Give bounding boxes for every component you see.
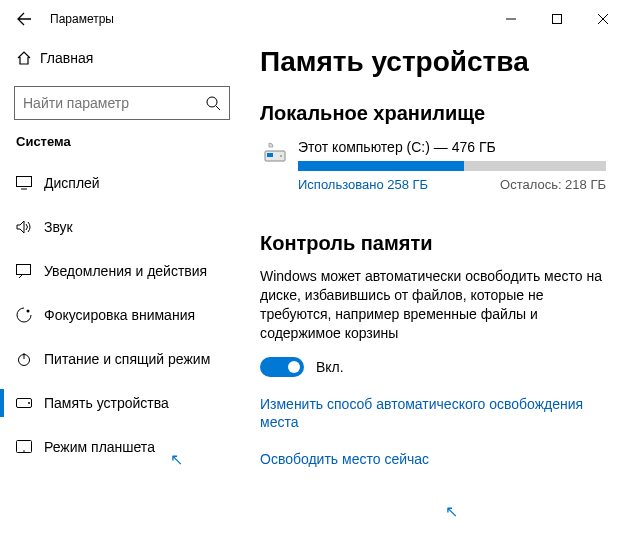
sidebar-item-storage[interactable]: Память устройства [0,381,244,425]
sidebar-item-notifications[interactable]: Уведомления и действия [0,249,244,293]
sidebar-item-label: Звук [44,219,73,235]
close-button[interactable] [580,3,626,35]
page-title: Память устройства [260,46,606,78]
sidebar-item-display[interactable]: Дисплей [0,161,244,205]
sidebar: Главная Система Дисплей Звук Уведомления… [0,38,248,539]
link-change-auto[interactable]: Изменить способ автоматического освобожд… [260,395,606,433]
focus-icon [16,307,44,323]
sidebar-item-label: Уведомления и действия [44,263,207,279]
maximize-icon [552,14,562,24]
home-label: Главная [40,50,93,66]
sidebar-item-tablet[interactable]: Режим планшета [0,425,244,469]
storage-sense-toggle[interactable] [260,357,304,377]
back-button[interactable] [8,3,40,35]
storage-icon [16,398,44,408]
drive-used: Использовано 258 ГБ [298,177,428,192]
svg-rect-11 [267,153,273,157]
search-input[interactable] [23,95,205,111]
minimize-button[interactable] [488,3,534,35]
drive-name: Этот компьютер (C:) — 476 ГБ [298,139,606,155]
search-icon [205,95,221,111]
storage-heading: Локальное хранилище [260,102,606,125]
sidebar-item-focus[interactable]: Фокусировка внимания [0,293,244,337]
sidebar-item-sound[interactable]: Звук [0,205,244,249]
main-panel: Память устройства Локальное хранилище Эт… [248,38,626,539]
maximize-button[interactable] [534,3,580,35]
storage-sense-toggle-row: Вкл. [260,357,606,377]
sidebar-item-label: Питание и спящий режим [44,351,210,367]
sidebar-item-label: Дисплей [44,175,100,191]
svg-rect-0 [553,15,562,24]
search-box[interactable] [14,86,230,120]
sidebar-item-label: Фокусировка внимания [44,307,195,323]
drive-info: Этот компьютер (C:) — 476 ГБ Использован… [298,139,606,192]
svg-point-12 [280,155,282,157]
svg-point-4 [27,310,30,313]
svg-point-9 [23,450,25,452]
sidebar-item-power[interactable]: Питание и спящий режим [0,337,244,381]
svg-point-7 [28,402,30,404]
titlebar: Параметры [0,0,626,38]
sidebar-item-label: Память устройства [44,395,169,411]
window-controls [488,3,626,35]
svg-rect-3 [17,265,31,275]
window-title: Параметры [50,12,114,26]
home-icon [16,50,40,66]
toggle-label: Вкл. [316,359,344,375]
sidebar-item-label: Режим планшета [44,439,155,455]
usage-bar [298,161,606,171]
notifications-icon [16,264,44,278]
power-icon [16,351,44,367]
arrow-left-icon [16,11,32,27]
close-icon [598,14,608,24]
sense-description: Windows может автоматически освободить м… [260,267,606,343]
minimize-icon [506,14,516,24]
section-label: Система [0,134,244,149]
sense-heading: Контроль памяти [260,232,606,255]
link-free-now[interactable]: Освободить место сейчас [260,450,606,469]
usage-bar-fill [298,161,464,171]
tablet-icon [16,440,44,454]
svg-rect-2 [17,177,32,187]
drive-free: Осталось: 218 ГБ [500,177,606,192]
drive-icon [260,139,290,192]
home-nav[interactable]: Главная [0,38,244,78]
drive-row[interactable]: Этот компьютер (C:) — 476 ГБ Использован… [260,139,606,192]
sound-icon [16,220,44,234]
display-icon [16,176,44,190]
toggle-knob [288,361,300,373]
svg-point-1 [207,97,217,107]
